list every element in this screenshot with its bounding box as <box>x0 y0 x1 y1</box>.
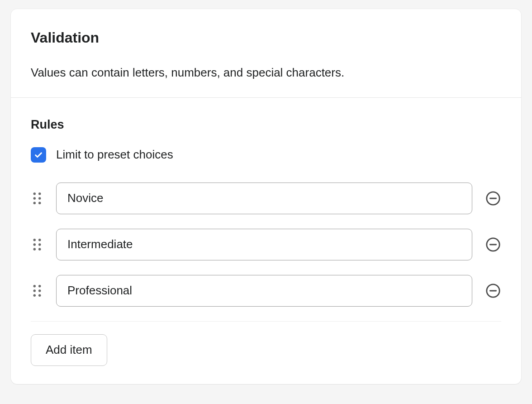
svg-point-11 <box>38 243 41 245</box>
rules-title: Rules <box>31 118 501 132</box>
choice-row <box>31 275 501 307</box>
validation-card: Validation Values can contain letters, n… <box>11 9 521 384</box>
svg-point-2 <box>33 197 36 199</box>
drag-handle-icon[interactable] <box>31 236 43 253</box>
svg-point-16 <box>33 285 36 287</box>
choice-input[interactable] <box>56 275 472 307</box>
choice-row <box>31 183 501 214</box>
limit-preset-checkbox[interactable] <box>31 147 46 163</box>
card-body: Rules Limit to preset choices <box>11 98 521 384</box>
limit-preset-label: Limit to preset choices <box>56 148 173 162</box>
card-description: Values can contain letters, numbers, and… <box>31 64 501 81</box>
card-header: Validation Values can contain letters, n… <box>11 9 521 97</box>
choice-input[interactable] <box>56 183 472 214</box>
remove-icon <box>485 237 501 252</box>
choice-row <box>31 229 501 260</box>
svg-point-4 <box>33 202 36 204</box>
remove-choice-button[interactable] <box>485 190 501 207</box>
svg-point-21 <box>38 294 41 296</box>
svg-point-12 <box>33 248 36 250</box>
drag-handle-icon[interactable] <box>31 190 43 207</box>
remove-icon <box>485 191 501 206</box>
remove-icon <box>485 283 501 298</box>
svg-point-10 <box>33 243 36 245</box>
svg-point-1 <box>38 192 41 195</box>
svg-point-17 <box>38 285 41 287</box>
card-title: Validation <box>31 29 501 46</box>
svg-point-9 <box>38 239 41 241</box>
svg-point-8 <box>33 239 36 241</box>
svg-point-19 <box>38 289 41 292</box>
choice-input[interactable] <box>56 229 472 260</box>
drag-handle-icon[interactable] <box>31 283 43 299</box>
remove-choice-button[interactable] <box>485 236 501 253</box>
list-divider <box>31 321 501 322</box>
svg-point-3 <box>38 197 41 199</box>
svg-point-13 <box>38 248 41 250</box>
svg-point-20 <box>33 294 36 296</box>
check-icon <box>33 150 43 160</box>
add-item-button[interactable]: Add item <box>31 334 107 366</box>
choice-list <box>31 183 501 307</box>
limit-preset-row: Limit to preset choices <box>31 147 501 163</box>
svg-point-5 <box>38 202 41 204</box>
svg-point-18 <box>33 289 36 292</box>
remove-choice-button[interactable] <box>485 283 501 299</box>
svg-point-0 <box>33 192 36 195</box>
